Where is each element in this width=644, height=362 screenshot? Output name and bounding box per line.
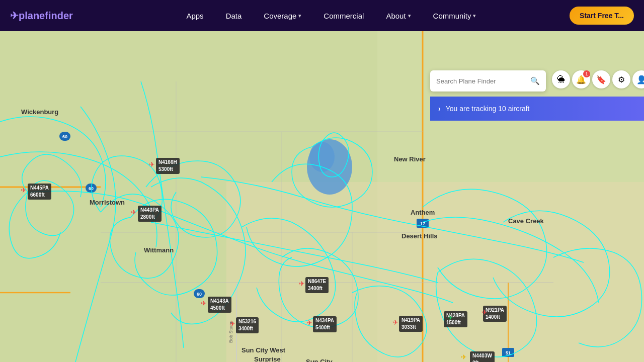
- weather-button[interactable]: 🌦: [552, 70, 570, 88]
- logo-text: ✈planefinder: [10, 10, 73, 21]
- nav: Apps Data Coverage ▾ Commercial About ▾ …: [93, 0, 570, 31]
- nav-data[interactable]: Data: [215, 0, 253, 31]
- nav-about[interactable]: About ▾: [375, 0, 422, 31]
- settings-button[interactable]: ⚙: [612, 70, 630, 88]
- map-svg: 60 60 60 17 51 Bob Stump: [0, 31, 644, 362]
- svg-text:60: 60: [89, 186, 94, 191]
- nav-coverage[interactable]: Coverage ▾: [253, 0, 312, 31]
- aircraft-n434pa-icon[interactable]: ✈: [306, 319, 312, 327]
- aircraft-n443pa-label: N443PA2800ft: [138, 206, 162, 222]
- toolbar: 🌦 🔔 1 🔖 ⚙ 👤: [552, 70, 644, 88]
- label-morristown: Morristown: [90, 199, 125, 206]
- search-input[interactable]: [436, 77, 526, 85]
- search-bar: 🔍: [430, 70, 546, 92]
- tracking-text: You are tracking 10 aircraft: [446, 105, 530, 113]
- label-new-river: New River: [394, 155, 426, 163]
- aircraft-n4403w-label: N4403W0ft: [470, 351, 495, 362]
- svg-rect-2: [226, 182, 644, 362]
- aircraft-n8647e-label: N8647E3400ft: [305, 277, 329, 293]
- aircraft-n4143a-label: N4143A4500ft: [208, 297, 231, 313]
- aircraft-n53216-icon[interactable]: ✈: [229, 320, 235, 328]
- tracking-banner[interactable]: › You are tracking 10 aircraft: [430, 97, 644, 121]
- aircraft-n4166h-label: N4166H5300ft: [156, 158, 180, 174]
- label-wickenburg: Wickenburg: [21, 108, 58, 116]
- nav-community[interactable]: Community ▾: [422, 0, 488, 31]
- aircraft-n4143a-icon[interactable]: ✈: [201, 299, 207, 307]
- search-icon[interactable]: 🔍: [530, 76, 540, 85]
- label-anthem: Anthem: [411, 209, 435, 216]
- coverage-chevron-icon: ▾: [298, 13, 301, 19]
- svg-text:60: 60: [62, 134, 67, 139]
- aircraft-n428pa-icon[interactable]: ✈: [447, 314, 453, 322]
- header: ✈planefinder Apps Data Coverage ▾ Commer…: [0, 0, 644, 31]
- label-cave-creek: Cave Creek: [508, 217, 544, 225]
- user-button[interactable]: 👤: [632, 70, 644, 88]
- start-free-trial-button[interactable]: Start Free T...: [570, 7, 634, 25]
- aircraft-n4166h-icon[interactable]: ✈: [149, 160, 155, 168]
- aircraft-n443pa-icon[interactable]: ✈: [131, 208, 137, 216]
- label-wittmann: Wittmann: [144, 246, 174, 254]
- aircraft-n921pa-icon[interactable]: ✈: [481, 308, 488, 316]
- bookmark-button[interactable]: 🔖: [592, 70, 610, 88]
- aircraft-n445pa-label: N445PA6600ft: [28, 184, 51, 200]
- label-surprise: Surprise: [254, 355, 281, 362]
- alerts-button[interactable]: 🔔 1: [572, 70, 590, 88]
- aircraft-n8647e-icon[interactable]: ✈: [299, 280, 305, 288]
- label-desert-hills: Desert Hills: [401, 232, 438, 240]
- aircraft-n445pa-icon[interactable]: ✈: [21, 186, 27, 194]
- nav-commercial[interactable]: Commercial: [312, 0, 375, 31]
- map[interactable]: 60 60 60 17 51 Bob Stump: [0, 31, 644, 362]
- label-sun-city: Sun City: [306, 358, 333, 362]
- community-chevron-icon: ▾: [473, 13, 476, 19]
- aircraft-n53216-label: N532163400ft: [236, 317, 259, 333]
- nav-apps[interactable]: Apps: [175, 0, 214, 31]
- about-chevron-icon: ▾: [408, 13, 411, 19]
- label-sun-city-west: Sun City West: [242, 346, 285, 354]
- aircraft-n4403w-icon[interactable]: ✈: [461, 353, 467, 361]
- banner-chevron-icon: ›: [438, 105, 441, 113]
- aircraft-n419pa-label: N419PA3033ft: [399, 316, 423, 332]
- svg-text:60: 60: [197, 292, 202, 297]
- aircraft-n419pa-icon[interactable]: ✈: [392, 318, 398, 326]
- aircraft-n434pa-label: N434PA5400ft: [313, 316, 337, 332]
- logo[interactable]: ✈planefinder: [10, 10, 73, 22]
- notification-badge: 1: [583, 70, 590, 77]
